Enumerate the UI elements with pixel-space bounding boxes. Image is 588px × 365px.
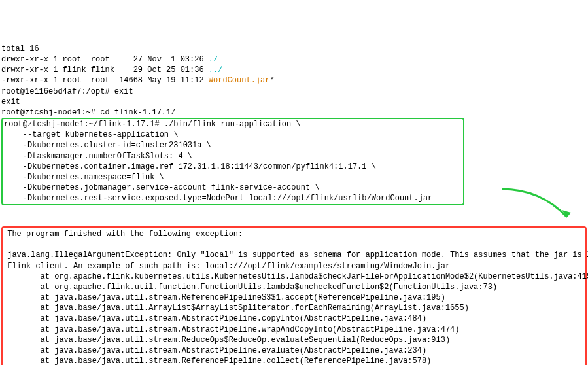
cmd-line: root@ztcshj-node1:~/flink-1.17.1# ./bin/… [4,120,301,129]
ls-row: drwxr-xr-x 1 root root 27 Nov 1 03:26 [1,55,209,64]
stack-line: at java.base/java.util.stream.ReferenceP… [3,356,431,365]
ls-row: -rwxr-xr-x 1 root root 14668 May 19 11:1… [1,76,209,85]
exit-word: exit [1,97,20,107]
stack-line: at java.base/java.util.ArrayList$ArrayLi… [3,304,469,313]
stack-line: at java.base/java.util.stream.AbstractPi… [3,314,426,323]
cmd-line: -Dkubernetes.jobmanager.service-account=… [4,183,319,192]
cmd-line: -Dkubernetes.namespace=flink \ [4,173,164,182]
stack-line: at java.base/java.util.stream.ReferenceP… [3,293,445,302]
jar-file: WordCount.jar [209,76,270,85]
err-msg: Flink client. An example of such path is… [3,262,450,271]
cmd-line: -Dkubernetes.container.image.ref=172.31.… [4,162,376,171]
prompt-exit: root@1e116e5d4af7:/opt# exit [1,87,133,96]
cmd-line: -Dkubernetes.rest-service.exposed.type=N… [4,194,432,203]
ls-row: drwxr-xr-x 1 flink flink 29 Oct 25 01:36 [1,65,209,75]
dir-name: ../ [209,65,223,75]
cmd-line: --target kubernetes-application \ [4,130,178,139]
stack-line: at java.base/java.util.stream.ReduceOps$… [3,336,450,345]
ls-total: total 16 [1,44,39,54]
ls-suffix: * [269,76,274,85]
stack-line: at org.apache.flink.kubernetes.utils.Kub… [3,272,588,281]
prompt-cd: root@ztcshj-node1:~# cd flink-1.17.1/ [1,108,175,117]
exception-box: The program finished with the following … [1,226,587,365]
stack-line: at java.base/java.util.stream.AbstractPi… [3,325,460,334]
arrow-down-icon [482,186,587,225]
cmd-line: -Dtaskmanager.numberOfTaskSlots: 4 \ [4,152,192,161]
dir-name: ./ [209,55,218,64]
command-box: root@ztcshj-node1:~/flink-1.17.1# ./bin/… [1,118,464,205]
terminal-output: total 16 drwxr-xr-x 1 root root 27 Nov 1… [1,44,587,365]
err-msg: java.lang.IllegalArgumentException: Only… [3,251,588,260]
err-header: The program finished with the following … [3,230,243,239]
stack-line: at org.apache.flink.util.function.Functi… [3,283,497,292]
cmd-line: -Dkubernetes.cluster-id=cluster231031a \ [4,141,211,150]
stack-line: at java.base/java.util.stream.AbstractPi… [3,346,426,355]
